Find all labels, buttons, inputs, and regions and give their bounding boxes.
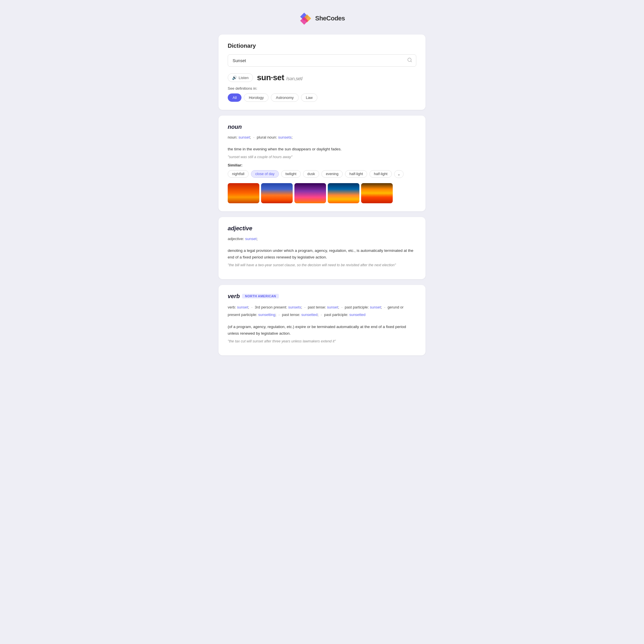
past-participle-link[interactable]: sunset bbox=[370, 305, 381, 309]
header: SheCodes bbox=[6, 11, 638, 25]
verb-card: verb NORTH AMERICAN verb: sunset; - 3rd … bbox=[219, 285, 425, 355]
sunset-images bbox=[228, 183, 416, 203]
adjective-definition: denoting a legal provision under which a… bbox=[228, 248, 416, 261]
gerund-link[interactable]: sunsetting bbox=[258, 313, 275, 317]
noun-link[interactable]: sunset bbox=[239, 135, 250, 139]
tab-law[interactable]: Law bbox=[301, 93, 318, 102]
main-content: Dictionary 🔊 Listen sun·set /sən,set/ Se… bbox=[219, 35, 425, 355]
sunset-image-3 bbox=[294, 183, 326, 203]
word-text: sun·set bbox=[257, 73, 284, 82]
word-row: 🔊 Listen sun·set /sən,set/ bbox=[228, 73, 416, 82]
tag-close-of-day[interactable]: close of day bbox=[251, 170, 279, 178]
similar-tags: nightfall close of day twilight dusk eve… bbox=[228, 170, 416, 178]
adjective-forms: adjective: sunset; bbox=[228, 236, 416, 242]
verb-forms: verb: sunset; - 3rd person present: suns… bbox=[228, 304, 416, 319]
third-person-link[interactable]: sunsets bbox=[288, 305, 301, 309]
verb-title-row: verb NORTH AMERICAN bbox=[228, 293, 416, 300]
verb-definition: (of a program, agency, regulation, etc.)… bbox=[228, 324, 416, 337]
word-display: sun·set /sən,set/ bbox=[257, 73, 303, 82]
search-icon bbox=[407, 57, 412, 62]
verb-title: verb bbox=[228, 293, 240, 300]
sunset-image-4 bbox=[328, 183, 359, 203]
listen-button[interactable]: 🔊 Listen bbox=[228, 73, 253, 82]
sunset-image-5 bbox=[361, 183, 393, 203]
tab-all[interactable]: All bbox=[228, 93, 241, 102]
phonetic-text: /sən,set/ bbox=[286, 76, 303, 81]
noun-forms: noun: sunset; - plural noun: sunsets; bbox=[228, 134, 416, 141]
search-input[interactable] bbox=[228, 54, 416, 67]
tag-half-light-2[interactable]: half-light bbox=[369, 170, 392, 178]
search-card: Dictionary 🔊 Listen sun·set /sən,set/ Se… bbox=[219, 35, 425, 110]
noun-example: "sunset was still a couple of hours away… bbox=[228, 155, 416, 159]
search-container bbox=[228, 54, 416, 67]
verb-example: "the tax cut will sunset after three yea… bbox=[228, 339, 416, 343]
adjective-card: adjective adjective: sunset; denoting a … bbox=[219, 217, 425, 279]
adjective-title: adjective bbox=[228, 225, 416, 232]
tag-twilight[interactable]: twilight bbox=[281, 170, 301, 178]
dictionary-title: Dictionary bbox=[228, 43, 416, 49]
category-tabs: All Horology Astronomy Law bbox=[228, 93, 416, 102]
verb-link[interactable]: sunset bbox=[237, 305, 248, 309]
adjective-link[interactable]: sunset bbox=[245, 237, 257, 241]
svg-line-4 bbox=[411, 61, 411, 62]
tab-horology[interactable]: Horology bbox=[244, 93, 269, 102]
sunset-image-1 bbox=[228, 183, 259, 203]
listen-label: Listen bbox=[239, 76, 249, 80]
expand-tags-button[interactable]: ⌄ bbox=[394, 170, 404, 178]
search-button[interactable] bbox=[407, 57, 412, 64]
logo-icon bbox=[299, 11, 313, 25]
similar-label: Similiar: bbox=[228, 163, 416, 167]
plural-link[interactable]: sunsets bbox=[278, 135, 292, 139]
tag-half-light-1[interactable]: half-light bbox=[345, 170, 367, 178]
noun-card: noun noun: sunset; - plural noun: sunset… bbox=[219, 116, 425, 211]
tag-dusk[interactable]: dusk bbox=[303, 170, 319, 178]
past-tense-2-link[interactable]: sunsetted bbox=[301, 313, 317, 317]
speaker-icon: 🔊 bbox=[232, 75, 237, 80]
past-tense-link[interactable]: sunset bbox=[327, 305, 338, 309]
past-participle-2-link[interactable]: sunsetted bbox=[349, 313, 365, 317]
tag-nightfall[interactable]: nightfall bbox=[228, 170, 249, 178]
north-american-badge: NORTH AMERICAN bbox=[242, 294, 279, 298]
logo-text: SheCodes bbox=[315, 15, 345, 22]
logo: SheCodes bbox=[299, 11, 345, 25]
adjective-example: "the bill will have a two-year sunset cl… bbox=[228, 263, 416, 267]
sunset-image-2 bbox=[261, 183, 293, 203]
tag-evening[interactable]: evening bbox=[321, 170, 343, 178]
noun-title: noun bbox=[228, 124, 416, 130]
noun-definition: the time in the evening when the sun dis… bbox=[228, 146, 416, 153]
tab-astronomy[interactable]: Astronomy bbox=[271, 93, 298, 102]
see-definitions-label: See definitions in: bbox=[228, 86, 416, 91]
